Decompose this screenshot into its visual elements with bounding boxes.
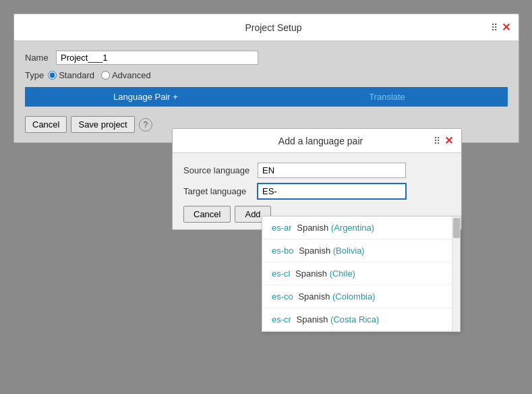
scrollbar-thumb[interactable] <box>453 218 460 238</box>
lang-name-es-cl: Spanish <box>293 269 329 279</box>
main-dialog-titlebar: Project Setup ✕ <box>14 14 519 41</box>
help-icon[interactable]: ? <box>139 118 152 132</box>
name-input[interactable] <box>56 51 258 65</box>
lang-cancel-button[interactable]: Cancel <box>183 206 231 223</box>
target-lang-label: Target language <box>183 186 258 196</box>
lang-region-es-co: (Colombia) <box>332 291 376 302</box>
add-language-pair-dialog: Add a language pair ✕ Source language Ta… <box>172 128 462 230</box>
dropdown-list: es-ar Spanish (Argentina) es-bo Spanish … <box>262 217 460 331</box>
type-label: Type <box>25 70 44 80</box>
translate-button[interactable]: Translate <box>266 87 508 107</box>
lang-code-es-bo: es-bo <box>272 246 294 256</box>
list-item[interactable]: es-ar Spanish (Argentina) <box>262 217 460 240</box>
lang-name-es-bo: Spanish <box>297 246 333 256</box>
lang-name-es-ar: Spanish <box>295 223 331 233</box>
lang-code-es-cr: es-cr <box>272 314 291 325</box>
advanced-label: Advanced <box>112 70 151 80</box>
project-setup-dialog: Project Setup ✕ Name Type Standard Advan… <box>13 13 519 143</box>
lang-dots-icon[interactable] <box>434 136 440 146</box>
list-item[interactable]: es-cl Spanish (Chile) <box>262 262 460 285</box>
list-item[interactable]: es-cr Spanish (Costa Rica) <box>262 308 460 331</box>
type-field-row: Type Standard Advanced <box>25 70 508 80</box>
main-dialog-body: Name Type Standard Advanced Language Pai… <box>14 41 519 142</box>
main-close-button[interactable]: ✕ <box>502 21 510 34</box>
lang-region-es-cl: (Chile) <box>330 269 355 279</box>
lang-name-es-co: Spanish <box>296 291 332 302</box>
lang-code-es-cl: es-cl <box>272 269 290 279</box>
lang-dialog-title: Add a language pair <box>208 136 434 146</box>
advanced-radio[interactable] <box>101 71 110 80</box>
scrollbar[interactable] <box>452 217 460 331</box>
save-project-button[interactable]: Save project <box>71 116 134 133</box>
standard-radio-label[interactable]: Standard <box>48 70 94 80</box>
lang-name-es-cr: Spanish <box>294 314 330 325</box>
lang-close-button[interactable]: ✕ <box>444 134 453 147</box>
list-item[interactable]: es-co Spanish (Colombia) <box>262 285 460 308</box>
lang-region-es-bo: (Bolivia) <box>333 246 365 256</box>
source-lang-row: Source language <box>183 163 450 178</box>
toolbar-row: Language Pair + Translate <box>25 87 508 107</box>
main-titlebar-icons: ✕ <box>491 21 510 34</box>
lang-code-es-ar: es-ar <box>272 223 292 233</box>
name-label: Name <box>25 53 52 63</box>
target-lang-input[interactable] <box>258 184 406 199</box>
lang-region-es-ar: (Argentina) <box>331 223 374 233</box>
lang-titlebar-icons: ✕ <box>434 134 453 147</box>
dots-icon[interactable] <box>491 22 498 33</box>
language-pair-button[interactable]: Language Pair + <box>25 87 266 107</box>
dropdown-wrapper: es-ar Spanish (Argentina) es-bo Spanish … <box>262 217 460 331</box>
name-field-row: Name <box>25 51 508 65</box>
advanced-radio-label[interactable]: Advanced <box>101 70 151 80</box>
lang-dialog-titlebar: Add a language pair ✕ <box>173 129 461 153</box>
standard-radio[interactable] <box>48 71 57 80</box>
standard-label: Standard <box>59 70 94 80</box>
target-lang-row: Target language <box>183 184 450 199</box>
source-lang-input[interactable] <box>258 163 406 178</box>
lang-region-es-cr: (Costa Rica) <box>330 314 379 325</box>
language-dropdown: es-ar Spanish (Argentina) es-bo Spanish … <box>262 216 461 332</box>
lang-code-es-co: es-co <box>272 291 293 302</box>
list-item[interactable]: es-bo Spanish (Bolivia) <box>262 240 460 262</box>
cancel-button[interactable]: Cancel <box>25 116 67 133</box>
source-lang-label: Source language <box>183 165 258 175</box>
main-dialog-title: Project Setup <box>56 22 491 33</box>
